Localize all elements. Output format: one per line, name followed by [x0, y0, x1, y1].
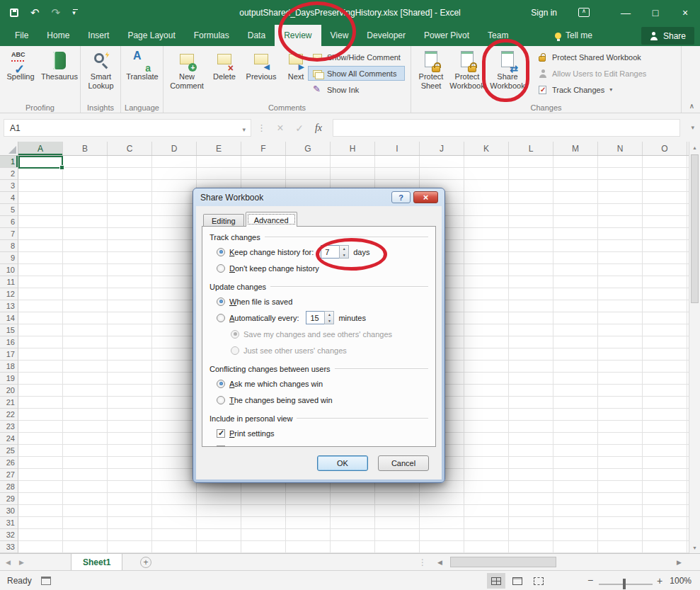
- row-header-31[interactable]: 31: [0, 517, 18, 529]
- dialog-tab-advanced[interactable]: Advanced: [246, 212, 297, 227]
- close-button[interactable]: ×: [670, 0, 700, 25]
- option-ask-me[interactable]: Ask me which changes win: [217, 377, 428, 390]
- column-header-J[interactable]: J: [420, 142, 464, 155]
- column-header-H[interactable]: H: [331, 142, 375, 155]
- translate-button[interactable]: Translate: [123, 48, 161, 102]
- row-header-16[interactable]: 16: [0, 336, 18, 348]
- row-header-6[interactable]: 6: [0, 216, 18, 228]
- row-header-21[interactable]: 21: [0, 397, 18, 409]
- protect-sheet-button[interactable]: Protect Sheet: [414, 48, 448, 102]
- option-keep-change-history[interactable]: Keep change history for: 7 days: [217, 245, 428, 259]
- scroll-up-icon[interactable]: [689, 142, 700, 153]
- column-header-I[interactable]: I: [375, 142, 420, 155]
- radio-icon[interactable]: [217, 396, 225, 404]
- smart-lookup-button[interactable]: Smart Lookup: [82, 48, 120, 102]
- row-header-20[interactable]: 20: [0, 385, 18, 397]
- previous-sheet-icon[interactable]: [6, 559, 11, 566]
- horizontal-scroll-thumb[interactable]: [450, 557, 556, 567]
- spinner-down-icon[interactable]: [340, 252, 348, 259]
- row-header-11[interactable]: 11: [0, 276, 18, 288]
- row-header-23[interactable]: 23: [0, 421, 18, 433]
- column-header-E[interactable]: E: [197, 142, 241, 155]
- maximize-button[interactable]: □: [641, 0, 670, 25]
- spinner-down-icon[interactable]: [325, 318, 333, 324]
- formula-input[interactable]: [333, 119, 680, 137]
- row-header-12[interactable]: 12: [0, 288, 18, 300]
- page-break-view-button[interactable]: [529, 573, 548, 589]
- row-header-32[interactable]: 32: [0, 529, 18, 541]
- row-header-8[interactable]: 8: [0, 240, 18, 252]
- row-header-13[interactable]: 13: [0, 300, 18, 312]
- share-button[interactable]: Share: [641, 27, 694, 45]
- next-comment-button[interactable]: Next: [282, 48, 309, 102]
- tab-page-layout[interactable]: Page Layout: [118, 25, 184, 46]
- row-header-2[interactable]: 2: [0, 168, 18, 180]
- column-header-N[interactable]: N: [598, 142, 643, 155]
- zoom-slider-track[interactable]: [599, 584, 653, 585]
- radio-selected-icon[interactable]: [217, 297, 225, 306]
- row-header-22[interactable]: 22: [0, 409, 18, 421]
- share-workbook-button[interactable]: Share Workbook: [488, 48, 527, 102]
- row-header-17[interactable]: 17: [0, 348, 18, 361]
- row-header-5[interactable]: 5: [0, 204, 18, 216]
- radio-selected-icon[interactable]: [217, 380, 225, 388]
- row-header-25[interactable]: 25: [0, 445, 18, 457]
- zoom-level[interactable]: 100%: [670, 571, 692, 590]
- row-header-24[interactable]: 24: [0, 433, 18, 445]
- tab-data[interactable]: Data: [239, 25, 275, 46]
- new-comment-button[interactable]: New Comment: [168, 48, 206, 102]
- radio-icon[interactable]: [217, 314, 225, 322]
- show-all-comments-button[interactable]: Show All Comments: [308, 66, 405, 81]
- checkbox-checked-icon[interactable]: [217, 446, 225, 448]
- row-header-4[interactable]: 4: [0, 192, 18, 204]
- row-header-18[interactable]: 18: [0, 361, 18, 373]
- macro-record-icon[interactable]: [41, 577, 51, 585]
- name-box-dropdown-icon[interactable]: [242, 126, 246, 133]
- vertical-scroll-thumb[interactable]: [691, 154, 699, 303]
- column-header-G[interactable]: G: [286, 142, 331, 155]
- vertical-scrollbar[interactable]: [689, 142, 700, 553]
- tell-me-box[interactable]: Tell me: [555, 25, 592, 46]
- column-header-L[interactable]: L: [509, 142, 553, 155]
- customize-quick-access-icon[interactable]: [72, 9, 79, 16]
- row-header-30[interactable]: 30: [0, 505, 18, 517]
- column-header-O[interactable]: O: [643, 142, 687, 155]
- row-header-27[interactable]: 27: [0, 469, 18, 481]
- delete-comment-button[interactable]: Delete: [209, 48, 240, 102]
- row-header-26[interactable]: 26: [0, 457, 18, 469]
- column-header-M[interactable]: M: [553, 142, 598, 155]
- page-layout-view-button[interactable]: [508, 573, 527, 589]
- zoom-slider-thumb[interactable]: [623, 579, 626, 589]
- normal-view-button[interactable]: [487, 573, 505, 589]
- option-print-settings[interactable]: Print settings: [217, 426, 428, 440]
- track-changes-button[interactable]: Track Changes ▾: [533, 82, 650, 97]
- scroll-right-icon[interactable]: [677, 559, 682, 566]
- tab-home[interactable]: Home: [38, 25, 79, 46]
- save-icon[interactable]: [10, 8, 18, 17]
- dialog-close-button[interactable]: [413, 191, 438, 203]
- scroll-down-icon[interactable]: [689, 542, 700, 553]
- tab-formulas[interactable]: Formulas: [185, 25, 239, 46]
- radio-icon[interactable]: [217, 264, 225, 273]
- column-header-B[interactable]: B: [63, 142, 108, 155]
- option-automatically-every[interactable]: Automatically every: 15 minutes: [217, 311, 428, 324]
- row-header-9[interactable]: 9: [0, 252, 18, 264]
- days-value[interactable]: 7: [321, 245, 339, 259]
- new-sheet-button[interactable]: +: [140, 557, 151, 568]
- scroll-left-icon[interactable]: [437, 559, 442, 566]
- minutes-spinner[interactable]: 15: [306, 311, 334, 324]
- option-changes-saved-win[interactable]: The changes being saved win: [217, 393, 428, 407]
- thesaurus-button[interactable]: Thesaurus: [40, 48, 79, 102]
- row-header-29[interactable]: 29: [0, 493, 18, 505]
- checkbox-checked-icon[interactable]: [217, 429, 225, 438]
- row-header-1[interactable]: 1: [0, 156, 18, 168]
- name-box[interactable]: A1: [4, 119, 251, 137]
- collapse-ribbon-icon[interactable]: [689, 102, 694, 110]
- tab-developer[interactable]: Developer: [357, 25, 415, 46]
- show-hide-comment-button[interactable]: Show/Hide Comment: [308, 50, 405, 64]
- next-sheet-icon[interactable]: [19, 559, 24, 566]
- spinner-up-icon[interactable]: [340, 246, 348, 252]
- zoom-in-button[interactable]: +: [657, 575, 662, 586]
- sheet-tab-sheet1[interactable]: Sheet1: [71, 554, 122, 570]
- dialog-help-button[interactable]: ?: [391, 191, 411, 203]
